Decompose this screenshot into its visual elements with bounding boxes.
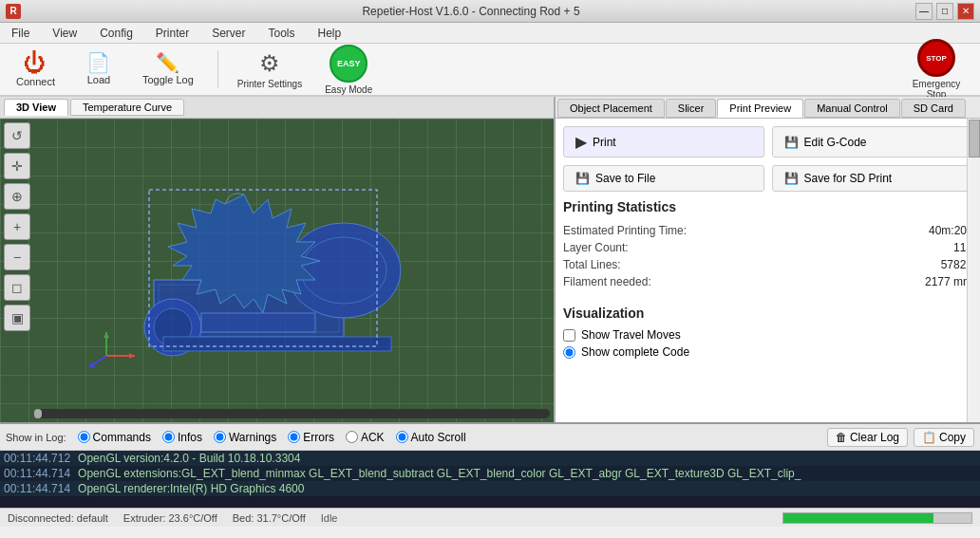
model-svg [78,147,477,394]
save-file-icon: 💾 [575,172,590,185]
filter-infos[interactable]: Infos [162,431,202,444]
save-to-file-button[interactable]: 💾 Save to File [563,165,764,192]
copy-button[interactable]: 📋 Copy [914,428,974,447]
bed-temp: Bed: 31.7°C/Off [233,512,306,524]
load-button[interactable]: 📄 Load [75,48,122,90]
menu-file[interactable]: File [8,26,33,41]
total-lines-label: Total Lines: [563,258,621,271]
load-label: Load [87,74,110,85]
ack-label: ACK [361,431,385,444]
viz-title: Visualization [563,306,972,321]
filter-auto-scroll[interactable]: Auto Scroll [396,431,466,444]
toolbar-separator [217,50,218,88]
edit-gcode-button[interactable]: 💾 Edit G-Code [772,126,973,158]
menu-bar: File View Config Printer Server Tools He… [0,23,980,44]
filter-warnings[interactable]: Warnings [214,431,276,444]
filament-value: 2177 mm [925,275,972,288]
show-complete-label: Show complete Code [581,345,689,359]
show-in-log-label: Show in Log: [6,432,66,443]
save-action-buttons: 💾 Save to File 💾 Save for SD Print [563,165,972,192]
close-button[interactable]: ✕ [957,3,974,20]
edit-gcode-label: Edit G-Code [804,136,867,149]
play-icon: ▶ [575,133,587,151]
estimated-time-label: Estimated Printing Time: [563,224,687,237]
stats-section: Printing Statistics Estimated Printing T… [563,199,972,290]
tab-temperature-curve[interactable]: Temperature Curve [70,99,184,116]
infos-label: Infos [178,431,202,444]
menu-printer[interactable]: Printer [152,26,193,41]
menu-help[interactable]: Help [314,26,346,41]
connect-button[interactable]: ⏻ Connect [8,46,64,92]
toolbar: ⏻ Connect 📄 Load ✏️ Toggle Log ⚙ Printer… [0,44,980,97]
log-msg-1: OpenGL version:4.2.0 - Build 10.18.10.33… [78,452,300,465]
layer-count-label: Layer Count: [563,241,629,254]
view-tabs: 3D View Temperature Curve [0,97,554,119]
svg-marker-10 [129,353,135,359]
scrollbar-thumb[interactable] [969,120,980,158]
log-msg-2: OpenGL extensions:GL_EXT_blend_minmax GL… [78,467,801,480]
scrollbar[interactable] [967,119,980,422]
print-button[interactable]: ▶ Print [563,126,764,158]
menu-server[interactable]: Server [208,26,249,41]
menu-config[interactable]: Config [96,26,137,41]
tab-sd-card[interactable]: SD Card [901,99,966,118]
filter-commands[interactable]: Commands [78,431,151,444]
easy-mode-button[interactable]: EASY Easy Mode [317,41,380,99]
minimize-button[interactable]: — [915,3,933,20]
clear-log-button[interactable]: 🗑 Clear Log [827,428,908,447]
save-sd-label: Save for SD Print [804,172,893,185]
infos-radio[interactable] [162,431,175,443]
3d-viewport[interactable]: ↺ ✛ ⊕ + − ◻ ▣ [0,119,554,422]
easy-mode-circle: EASY [330,45,368,83]
print-btn-label: Print [593,136,616,149]
tab-manual-control[interactable]: Manual Control [804,99,900,118]
filter-errors[interactable]: Errors [288,431,334,444]
show-complete-row: Show complete Code [563,345,972,359]
save-sd-button[interactable]: 💾 Save for SD Print [772,165,973,192]
log-entry: 00:11:44.714 OpenGL renderer:Intel(R) HD… [0,481,980,496]
stats-title: Printing Statistics [563,199,972,214]
clear-log-label: Clear Log [850,431,899,444]
log-entries: 00:11:44.712 OpenGL version:4.2.0 - Buil… [0,451,980,508]
show-travel-checkbox[interactable] [563,329,575,342]
commands-label: Commands [93,431,151,444]
menu-view[interactable]: View [48,26,81,41]
edit-icon: 💾 [784,136,799,149]
log-entry: 00:11:44.714 OpenGL extensions:GL_EXT_bl… [0,466,980,481]
tab-print-preview[interactable]: Print Preview [717,99,803,118]
toggle-log-icon: ✏️ [156,53,179,72]
app-title: Repetier-Host V1.6.0 - Connecting Rod + … [27,5,915,18]
tab-object-placement[interactable]: Object Placement [557,99,665,118]
filter-ack[interactable]: ACK [346,431,385,444]
show-complete-radio[interactable] [563,346,575,359]
printer-settings-label: Printer Settings [237,79,302,89]
commands-radio[interactable] [78,431,90,443]
right-tabs: Object Placement Slicer Print Preview Ma… [556,97,980,119]
trash-icon: 🗑 [836,431,847,444]
window-controls: — □ ✕ [915,3,974,20]
filament-label: Filament needed: [563,275,651,288]
left-panel: 3D View Temperature Curve ↺ ✛ ⊕ + − ◻ ▣ [0,97,556,422]
toggle-log-label: Toggle Log [142,74,194,85]
show-travel-label: Show Travel Moves [581,328,681,342]
toggle-log-button[interactable]: ✏️ Toggle Log [134,48,202,90]
show-travel-row: Show Travel Moves [563,328,972,342]
log-time-2: 00:11:44.714 [4,467,70,480]
menu-tools[interactable]: Tools [265,26,299,41]
printer-settings-button[interactable]: ⚙ Printer Settings [234,46,306,93]
gear-icon: ⚙ [259,50,280,77]
errors-radio[interactable] [288,431,300,443]
connect-icon: ⏻ [24,51,47,74]
ack-radio[interactable] [346,431,358,443]
tab-3d-view[interactable]: 3D View [4,99,68,116]
emergency-stop-button[interactable]: STOP Emergency Stop [900,35,972,103]
print-action-buttons: ▶ Print 💾 Edit G-Code [563,126,972,158]
log-toolbar: Show in Log: Commands Infos Warnings Err… [0,424,980,451]
maximize-button[interactable]: □ [936,3,953,20]
auto-scroll-radio[interactable] [396,431,408,443]
warnings-radio[interactable] [214,431,226,443]
status-bar: Disconnected: default Extruder: 23.6°C/O… [0,508,980,527]
svg-rect-7 [201,313,315,332]
tab-slicer[interactable]: Slicer [666,99,717,118]
timeline-slider[interactable] [34,409,550,418]
